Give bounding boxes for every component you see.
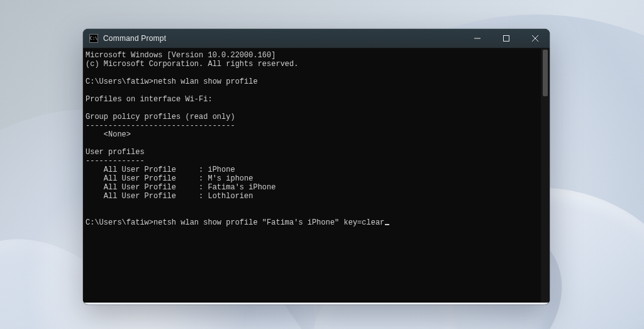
window-title: Command Prompt: [103, 34, 166, 43]
profile-row: All User Profile : Lothlorien: [86, 192, 253, 201]
prompt-command: netsh wlan show profile: [153, 77, 258, 86]
terminal-output[interactable]: Microsoft Windows [Version 10.0.22000.16…: [83, 48, 541, 303]
minimize-button[interactable]: [463, 29, 492, 48]
profile-row: All User Profile : Fatima's iPhone: [86, 183, 275, 192]
app-icon: C:\: [89, 34, 98, 43]
window-border-bottom: [83, 303, 550, 304]
divider: -------------: [86, 157, 145, 165]
interface-header: Profiles on interface Wi-Fi:: [86, 95, 213, 104]
profile-row: All User Profile : M's iphone: [86, 174, 253, 183]
maximize-button[interactable]: [492, 29, 521, 48]
scrollbar[interactable]: [541, 48, 550, 303]
cursor: [385, 224, 389, 225]
command-prompt-window: C:\ Command Prompt Microsoft Windows [Ve…: [83, 29, 550, 304]
close-button[interactable]: [521, 29, 550, 48]
scrollbar-thumb[interactable]: [543, 50, 548, 96]
group-policy-none: <None>: [86, 130, 131, 139]
profile-row: All User Profile : iPhone: [86, 165, 235, 174]
titlebar[interactable]: C:\ Command Prompt: [83, 29, 550, 48]
prompt-path: C:\Users\fatiw>: [86, 77, 153, 86]
prompt-path: C:\Users\fatiw>: [86, 218, 153, 227]
prompt-command: netsh wlan show profile "Fatima's iPhone…: [153, 218, 384, 227]
copyright-line: (c) Microsoft Corporation. All rights re…: [86, 60, 298, 69]
group-policy-header: Group policy profiles (read only): [86, 113, 235, 121]
divider: ---------------------------------: [86, 121, 235, 130]
user-profiles-header: User profiles: [86, 148, 145, 157]
svg-rect-1: [504, 36, 509, 42]
version-line: Microsoft Windows [Version 10.0.22000.16…: [86, 51, 275, 60]
